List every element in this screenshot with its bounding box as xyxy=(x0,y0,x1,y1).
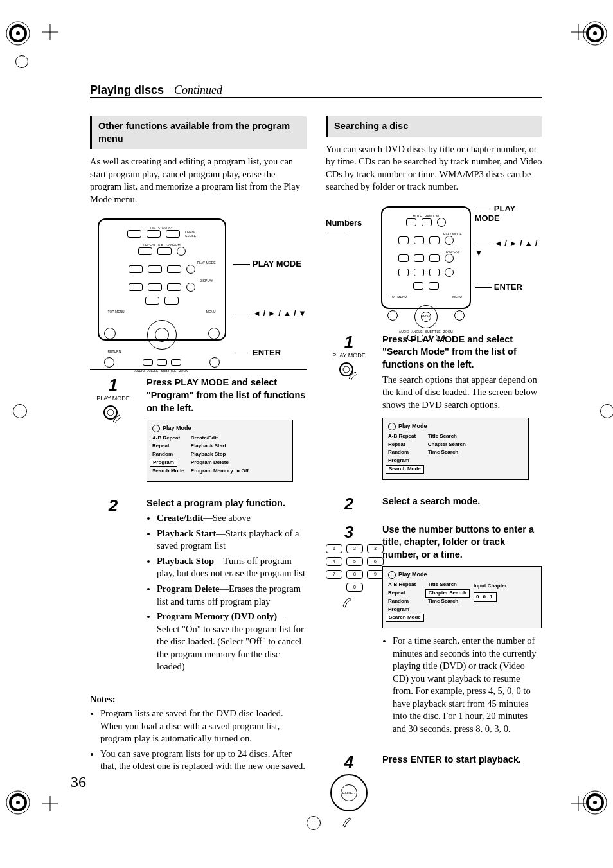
svg-point-11 xyxy=(593,801,597,804)
step-number: 4 xyxy=(326,754,372,770)
osd-item: A-B Repeat xyxy=(388,581,422,589)
osd-item: Program Delete xyxy=(191,459,249,466)
osd-item: A-B Repeat xyxy=(388,433,422,440)
notes-heading: Notes: xyxy=(90,694,306,705)
osd-title: Play Mode xyxy=(152,424,287,432)
callout-enter: ENTER xyxy=(233,348,306,357)
osd-item: Time Search xyxy=(428,598,467,605)
function-item: Playback Stop—Turns off program play, bu… xyxy=(157,555,306,580)
step-lead: Select a search mode. xyxy=(382,495,542,508)
osd-item: Chapter Search xyxy=(425,589,470,598)
callout-play-mode: PLAY MODE xyxy=(233,260,306,268)
page-number: 36 xyxy=(71,774,86,791)
osd-item: Playback Stop xyxy=(191,451,249,458)
subheading-bar: Searching a disc xyxy=(326,116,542,137)
note-item: Program lists are saved for the DVD disc… xyxy=(100,707,306,745)
osd-item: Create/Edit xyxy=(191,435,249,442)
keypad-key: 4 xyxy=(326,557,342,566)
step-number: 1 xyxy=(326,333,372,350)
osd-item: Search Mode xyxy=(386,614,424,622)
step-3: 3 1234567890 Use the number buttons to e… xyxy=(326,517,542,747)
osd-item: Program xyxy=(388,607,422,614)
keypad-key: 1 xyxy=(326,544,342,553)
osd-play-mode-program: Play Mode A-B RepeatRepeatRandomProgramS… xyxy=(147,420,293,482)
osd-item: Title Search xyxy=(428,581,467,589)
osd-item: Repeat xyxy=(388,590,422,597)
step-2: 2 Select a program play function. Create… xyxy=(90,491,306,685)
remote-callouts: PLAY MODE ◄ / ► / ▲ / ▼ ENTER xyxy=(475,204,542,315)
hand-press-icon xyxy=(326,594,372,612)
step-1: 1 PLAY MODE Press PLAY MODE and select "… xyxy=(326,327,542,489)
remote-diagram: Numbers MUTE RANDOM PLAY MODE DISPLAY TO… xyxy=(326,200,542,315)
svg-point-14 xyxy=(340,363,353,376)
function-item: Playback Start—Starts playback of a save… xyxy=(157,527,306,553)
registration-mark-icon xyxy=(4,19,32,48)
step-1: 1 PLAY MODE Press PLAY MODE and select "… xyxy=(90,370,306,490)
remote-callouts: PLAY MODE ◄ / ► / ▲ / ▼ ENTER xyxy=(233,231,306,357)
function-item: Program Delete—Erases the program list a… xyxy=(157,583,306,608)
osd-item: Random xyxy=(152,451,184,458)
osd-title: Play Mode xyxy=(388,422,523,430)
manual-page: Playing discs—Continued Other functions … xyxy=(0,0,613,868)
osd-item: Program Memory ▸ Off xyxy=(191,468,249,475)
callout-play-mode: PLAY MODE xyxy=(475,204,542,223)
step-number: 2 xyxy=(90,497,136,514)
svg-point-8 xyxy=(16,801,20,804)
remote-callouts-left: Numbers xyxy=(326,200,377,315)
keypad-key: 0 xyxy=(346,583,363,592)
osd-item: Repeat xyxy=(388,441,422,448)
hand-press-icon xyxy=(326,814,372,832)
step-caption: PLAY MODE xyxy=(90,396,136,402)
step-number: 3 xyxy=(326,524,372,540)
enter-button-icon: ENTER xyxy=(330,774,368,811)
callout-numbers: Numbers xyxy=(326,218,377,237)
notes-list: Program lists are saved for the DVD disc… xyxy=(90,707,306,773)
play-mode-button-icon xyxy=(326,362,372,387)
svg-point-5 xyxy=(593,31,597,35)
page-header: Playing discs—Continued xyxy=(90,84,542,98)
svg-point-13 xyxy=(107,409,114,416)
osd-item: Program xyxy=(388,457,422,465)
function-item: Create/Edit—See above xyxy=(157,512,306,525)
step-number: 1 xyxy=(90,376,136,393)
osd-title: Play Mode xyxy=(388,571,536,579)
osd-item: Title Search xyxy=(428,433,466,440)
keypad-key: 3 xyxy=(367,544,384,553)
step-lead: Press PLAY MODE and select "Program" fro… xyxy=(147,376,306,414)
callout-arrows: ◄ / ► / ▲ / ▼ xyxy=(475,238,542,258)
remote-diagram: ON STANDBY OPEN/CLOSE REPEAT A-B RANDOM … xyxy=(90,212,306,357)
steps-right: 1 PLAY MODE Press PLAY MODE and select "… xyxy=(326,327,542,841)
steps-left: 1 PLAY MODE Press PLAY MODE and select "… xyxy=(90,369,306,685)
osd-item: Chapter Search xyxy=(428,441,466,448)
osd-input-chapter: Play Mode A-B RepeatRepeatRandomProgramS… xyxy=(382,566,542,628)
step-4: 4 ENTER Press ENTER to start playback. xyxy=(326,747,542,841)
osd-item: Time Search xyxy=(428,449,466,456)
note-item: You can save program lists for up to 24 … xyxy=(100,748,306,773)
step-number: 2 xyxy=(326,495,372,512)
step3-notes: For a time search, enter the number of m… xyxy=(382,635,542,736)
right-column: Searching a disc You can search DVD disc… xyxy=(326,116,542,841)
callout-arrows: ◄ / ► / ▲ / ▼ xyxy=(233,309,306,317)
remote-outline: ON STANDBY OPEN/CLOSE REPEAT A-B RANDOM … xyxy=(98,218,226,341)
keypad-key: 8 xyxy=(346,570,363,579)
callout-enter: ENTER xyxy=(475,282,542,292)
step-after: The search options that appear depend on… xyxy=(382,374,542,412)
keypad-key: 6 xyxy=(367,557,384,566)
function-item: Program Memory (DVD only)—Select "On" to… xyxy=(157,610,306,673)
step-lead: Select a program play function. xyxy=(147,497,306,510)
osd-item: Repeat xyxy=(152,443,184,450)
svg-point-2 xyxy=(16,31,20,35)
time-search-note: For a time search, enter the number of m… xyxy=(393,635,542,736)
keypad-key: 5 xyxy=(346,557,363,566)
intro-paragraph: You can search DVD discs by title or cha… xyxy=(326,143,542,193)
section-continued: —Continued xyxy=(164,84,222,96)
number-keypad-icon: 1234567890 xyxy=(326,544,372,592)
osd-item: Random xyxy=(388,598,422,605)
osd-input-value: 0 0 1 xyxy=(474,592,497,602)
play-mode-button-icon xyxy=(90,405,136,430)
remote-outline: MUTE RANDOM PLAY MODE DISPLAY TOP MENUME… xyxy=(381,206,471,309)
step-lead: Use the number buttons to enter a title,… xyxy=(382,524,542,562)
osd-play-mode-search: Play Mode A-B RepeatRepeatRandomProgramS… xyxy=(382,418,529,480)
registration-mark-icon xyxy=(4,788,32,817)
section-title: Playing discs xyxy=(90,84,164,96)
